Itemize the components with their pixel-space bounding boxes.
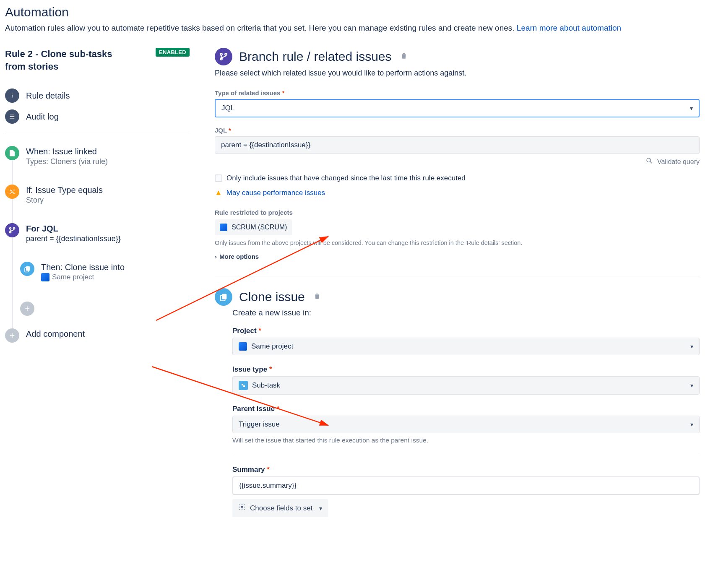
learn-more-link[interactable]: Learn more about automation [517,23,621,32]
parent-helper: Will set the issue that started this rul… [232,437,700,444]
summary-label: Summary * [232,466,700,474]
perf-warning-label: May cause performance issues [226,189,325,197]
plus-icon [5,328,19,343]
step-add-component-label: Add component [26,329,85,339]
validate-query-label: Validate query [657,158,700,165]
trash-icon[interactable] [313,292,321,302]
clone-panel: Clone issue Create a new issue in: Proje… [215,288,700,517]
nav-rule-details-label: Rule details [26,91,70,101]
restrict-project-label: SCRUM (SCRUM) [232,224,287,231]
svg-point-26 [241,506,243,508]
choose-fields-button[interactable]: Choose fields to set ▾ [232,499,328,517]
more-options-label: More options [219,253,259,260]
search-icon [646,158,654,165]
divider [5,134,190,134]
summary-input[interactable]: {{issue.summary}} [232,476,700,495]
panel-divider [215,276,700,276]
branch-icon [215,48,232,65]
svg-rect-5 [10,118,15,119]
jql-label: JQL * [215,127,700,134]
status-badge: ENABLED [156,48,190,57]
svg-rect-3 [10,115,15,116]
chevron-down-icon: ▾ [690,382,693,389]
page-description-text: Automation rules allow you to automate r… [5,23,517,32]
svg-rect-1 [12,95,13,98]
choose-fields-label: Choose fields to set [250,504,312,513]
issuetype-select-value: Sub-task [252,381,280,390]
warning-icon: ▲ [215,188,222,197]
parent-select[interactable]: Trigger issue ▾ [232,416,700,433]
step-branch-title: For JQL [26,224,121,234]
only-changed-checkbox[interactable]: Only include issues that have changed si… [215,174,700,182]
chevron-down-icon: ▾ [690,421,693,428]
restrict-label: Rule restricted to projects [215,209,700,216]
step-condition-title: If: Issue Type equals [26,185,103,195]
validate-query-link[interactable]: Validate query [215,157,700,166]
nav-audit-log-label: Audit log [26,112,59,122]
branch-icon [5,223,19,237]
summary-input-value: {{issue.summary}} [239,481,297,490]
branch-panel: Branch rule / related issues Please sele… [215,48,700,260]
svg-rect-4 [10,117,15,117]
svg-rect-25 [243,385,245,387]
section-divider [232,456,700,456]
step-action-sub-label: Same project [52,273,94,281]
shuffle-icon [5,185,19,199]
svg-point-18 [225,53,227,55]
gear-icon [238,503,246,513]
nav-audit-log[interactable]: Audit log [5,106,190,127]
clone-icon [20,262,34,276]
type-label: Type of related issues * [215,89,700,96]
chevron-right-icon: › [215,253,217,260]
step-condition-sub: Story [26,196,103,205]
svg-rect-12 [25,309,30,310]
project-select-value: Same project [251,342,293,351]
restrict-project-chip: SCRUM (SCRUM) [215,219,292,235]
perf-warning[interactable]: ▲ May cause performance issues [215,188,700,197]
branch-panel-desc: Please select which related issue you wo… [215,69,700,78]
step-trigger-sub: Types: Cloners (via rule) [26,157,108,166]
rule-sidebar: Rule 2 - Clone sub-tasks from stories EN… [5,48,190,517]
clone-desc: Create a new issue in: [232,308,700,317]
plus-icon [20,302,34,316]
step-action[interactable]: Then: Clone issue into Same project [20,262,190,283]
clone-panel-title: Clone issue [239,290,305,304]
step-branch-sub: parent = {{destinationIssue}} [26,234,121,243]
parent-select-value: Trigger issue [239,420,280,429]
step-trigger[interactable]: When: Issue linked Types: Cloners (via r… [5,146,190,166]
issuetype-label: Issue type * [232,365,700,374]
trigger-icon [5,146,19,160]
jql-input[interactable]: parent = {{destinationIssue}} [215,136,700,154]
type-select[interactable]: JQL ▾ [215,99,700,117]
branch-panel-title: Branch rule / related issues [239,49,392,64]
step-trigger-title: When: Issue linked [26,147,108,156]
issuetype-select[interactable]: Sub-task ▾ [232,376,700,395]
nav-rule-details[interactable]: Rule details [5,85,190,106]
svg-line-21 [650,161,652,163]
svg-rect-2 [12,94,13,95]
restrict-note: Only issues from the above projects will… [215,239,700,246]
clone-icon [215,288,232,306]
chevron-down-icon: ▾ [690,343,693,350]
step-branch[interactable]: For JQL parent = {{destinationIssue}} [5,223,190,243]
step-condition[interactable]: If: Issue Type equals Story [5,185,190,205]
svg-point-17 [220,53,222,55]
step-action-sub: Same project [41,273,94,281]
type-select-value: JQL [221,104,234,112]
trash-icon[interactable] [400,52,408,62]
jql-input-value: parent = {{destinationIssue}} [221,141,310,149]
project-select[interactable]: Same project ▾ [232,338,700,355]
parent-label: Parent issue * [232,405,700,413]
chevron-down-icon: ▾ [319,505,322,512]
svg-point-20 [647,158,651,162]
step-add-component[interactable]: Add component [5,328,190,343]
chevron-down-icon: ▾ [690,105,693,112]
project-avatar-icon [239,342,247,351]
svg-rect-22 [222,294,226,299]
more-options-toggle[interactable]: › More options [215,253,700,260]
svg-rect-14 [10,336,15,336]
svg-rect-24 [242,384,243,385]
step-add-action[interactable] [20,302,190,316]
info-icon [5,88,19,103]
page-title: Automation [5,5,708,19]
